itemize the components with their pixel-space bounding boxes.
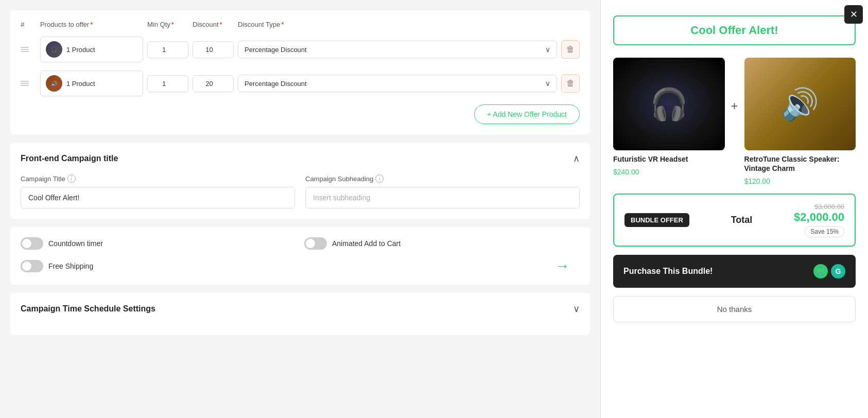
discount-type-label-2: Percentage Discount — [245, 80, 307, 88]
product-1-name: Futuristic VR Headset — [613, 154, 725, 164]
required-star: * — [171, 21, 174, 28]
close-button[interactable]: ✕ — [844, 5, 863, 24]
product-2-card: 🔊 RetroTune Classic Speaker: Vintage Cha… — [744, 58, 856, 185]
col-minqty-header: Min Qty* — [147, 21, 188, 28]
campaign-title-header: Front-end Campaign title ∧ — [21, 153, 580, 164]
product-select-1[interactable]: 🎧 1 Product — [40, 37, 143, 62]
purchase-btn-icons: 🛒 G — [813, 264, 845, 278]
campaign-subheading-input[interactable] — [305, 187, 580, 208]
animated-add-to-cart-toggle-item: Animated Add to Cart — [304, 237, 580, 250]
product-row-2: 🔊 1 Product Percentage Discount ∨ 🗑 — [21, 71, 580, 96]
left-panel: # Products to offer* Min Qty* Discount* … — [0, 0, 600, 418]
campaign-title-section: Front-end Campaign title ∧ Campaign Titl… — [10, 143, 590, 219]
offer-alert-title: Cool Offer Alert! — [613, 15, 856, 45]
animated-add-to-cart-label: Animated Add to Cart — [332, 239, 401, 248]
discount-type-select-2[interactable]: Percentage Discount ∨ — [238, 75, 557, 92]
product-avatar-1: 🎧 — [46, 41, 62, 58]
products-section: # Products to offer* Min Qty* Discount* … — [10, 10, 590, 134]
delete-row-1-button[interactable]: 🗑 — [561, 40, 580, 59]
min-qty-input-1[interactable] — [147, 41, 188, 58]
product-2-image: 🔊 — [744, 58, 856, 150]
chevron-down-icon-1: ∨ — [545, 45, 550, 54]
schedule-toggle-icon[interactable]: ∨ — [573, 303, 580, 315]
schedule-section: Campaign Time Schedule Settings ∨ — [10, 293, 590, 335]
min-qty-input-2[interactable] — [147, 75, 188, 92]
product-label-1: 1 Product — [66, 46, 95, 54]
table-header: # Products to offer* Min Qty* Discount* … — [21, 21, 580, 28]
campaign-title-input[interactable] — [21, 187, 295, 208]
product-avatar-2: 🔊 — [46, 75, 62, 92]
required-star: * — [90, 21, 93, 28]
campaign-title-info-icon[interactable]: i — [67, 175, 76, 183]
arrow-item: → — [304, 258, 580, 274]
product-select-2[interactable]: 🔊 1 Product — [40, 71, 143, 96]
col-product-header: Products to offer* — [40, 21, 143, 28]
campaign-subheading-label: Campaign Subheading i — [305, 175, 580, 183]
product-1-price: $240.00 — [613, 168, 725, 176]
products-preview: 🎧 Futuristic VR Headset $240.00 + 🔊 Retr… — [613, 58, 856, 185]
discount-type-select-1[interactable]: Percentage Discount ∨ — [238, 41, 557, 58]
col-discount-header: Discount* — [193, 21, 234, 28]
bundle-pricing: $3,000.00 $2,000.00 Save 15% — [794, 203, 844, 237]
green-arrow-icon: → — [304, 258, 580, 274]
campaign-title-heading: Front-end Campaign title — [21, 154, 118, 163]
plus-separator: + — [731, 58, 738, 113]
bundle-badge: BUNDLE OFFER — [624, 213, 689, 227]
bundle-total-label: Total — [731, 215, 753, 225]
discount-input-1[interactable] — [193, 41, 234, 58]
preview-content: Cool Offer Alert! 🎧 Futuristic VR Headse… — [601, 0, 868, 333]
free-shipping-toggle-item: Free Shipping — [21, 258, 296, 274]
required-star: * — [220, 21, 222, 28]
campaign-subheading-group: Campaign Subheading i — [305, 175, 580, 208]
campaign-subheading-info-icon[interactable]: i — [375, 175, 384, 183]
campaign-form-row: Campaign Title i Campaign Subheading i — [21, 175, 580, 208]
countdown-timer-toggle[interactable] — [21, 237, 43, 250]
product-label-2: 1 Product — [66, 80, 95, 88]
right-panel: ✕ Cool Offer Alert! 🎧 Futuristic VR Head… — [600, 0, 868, 418]
save-badge: Save 15% — [805, 226, 844, 237]
discounted-price: $2,000.00 — [794, 211, 844, 224]
campaign-title-group: Campaign Title i — [21, 175, 295, 208]
campaign-title-label: Campaign Title i — [21, 175, 295, 183]
purchase-bundle-button[interactable]: Purchase This Bundle! 🛒 G — [613, 255, 856, 288]
col-hash-header: # — [21, 21, 36, 28]
toggles-grid: Countdown timer Animated Add to Cart Fre… — [21, 237, 580, 274]
countdown-timer-label: Countdown timer — [48, 239, 103, 248]
drag-handle-2[interactable] — [21, 81, 36, 86]
animated-add-to-cart-toggle[interactable] — [304, 237, 327, 250]
cart-icon-green: 🛒 — [813, 264, 828, 278]
product-1-image: 🎧 — [613, 58, 725, 150]
col-type-header: Discount Type* — [238, 21, 580, 28]
cart-icon-teal: G — [831, 264, 845, 278]
product-2-name: RetroTune Classic Speaker: Vintage Charm — [744, 154, 856, 173]
original-price: $3,000.00 — [794, 203, 844, 211]
bundle-box: BUNDLE OFFER Total $3,000.00 $2,000.00 S… — [613, 194, 856, 247]
discount-input-2[interactable] — [193, 75, 234, 92]
campaign-title-toggle-icon[interactable]: ∧ — [573, 153, 580, 164]
free-shipping-label: Free Shipping — [48, 262, 93, 270]
required-star: * — [281, 21, 284, 28]
toggles-section: Countdown timer Animated Add to Cart Fre… — [10, 227, 590, 285]
product-2-price: $120.00 — [744, 177, 856, 185]
purchase-btn-text: Purchase This Bundle! — [623, 267, 713, 276]
no-thanks-button[interactable]: No thanks — [613, 296, 856, 322]
schedule-header: Campaign Time Schedule Settings ∨ — [21, 303, 580, 315]
free-shipping-toggle[interactable] — [21, 260, 43, 272]
discount-type-label-1: Percentage Discount — [245, 46, 307, 54]
countdown-timer-toggle-item: Countdown timer — [21, 237, 296, 250]
add-product-button[interactable]: + Add New Offer Product — [474, 104, 580, 124]
add-product-section: + Add New Offer Product — [21, 104, 580, 124]
drag-handle-1[interactable] — [21, 47, 36, 52]
schedule-title: Campaign Time Schedule Settings — [21, 304, 155, 314]
delete-row-2-button[interactable]: 🗑 — [561, 74, 580, 93]
product-row-1: 🎧 1 Product Percentage Discount ∨ 🗑 — [21, 37, 580, 62]
chevron-down-icon-2: ∨ — [545, 79, 550, 88]
product-1-card: 🎧 Futuristic VR Headset $240.00 — [613, 58, 725, 176]
